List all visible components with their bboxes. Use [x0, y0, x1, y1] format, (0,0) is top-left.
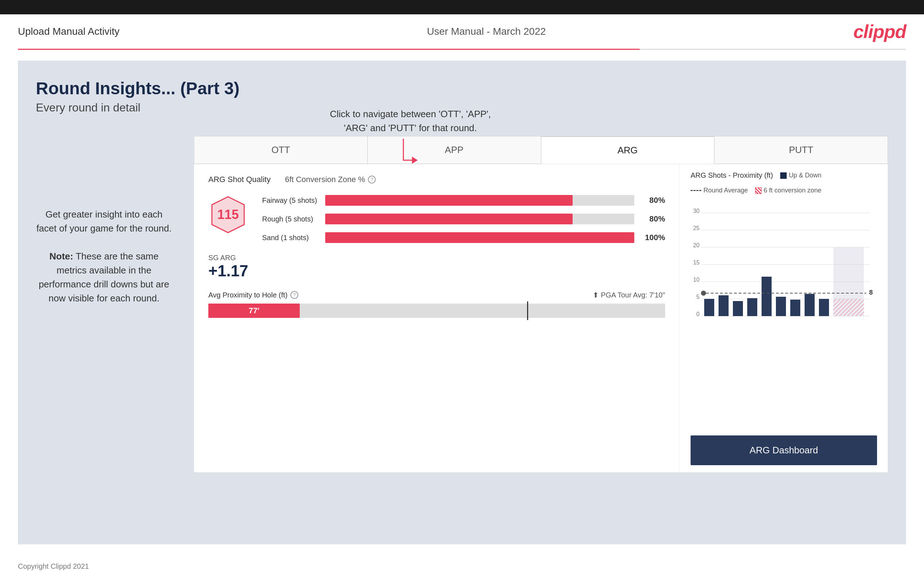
- proximity-value: 77': [249, 306, 260, 315]
- svg-rect-27: [833, 299, 864, 316]
- main-content: Round Insights... (Part 3) Every round i…: [18, 61, 906, 545]
- tab-ott[interactable]: OTT: [194, 136, 368, 164]
- bar-label-sand: Sand (1 shots): [262, 234, 320, 242]
- brand-logo: clippd: [853, 21, 906, 42]
- proximity-cursor: [527, 301, 528, 320]
- sg-section: SG ARG +1.17: [208, 254, 665, 280]
- proximity-bar-track: 77': [208, 303, 665, 318]
- shot-quality-bars: Fairway (5 shots) 80% Rough (5 shots): [262, 195, 665, 243]
- proximity-help-icon[interactable]: ?: [291, 291, 298, 299]
- sg-value: +1.17: [208, 262, 665, 280]
- svg-text:30: 30: [693, 208, 699, 214]
- bar-fill-fairway: [325, 195, 573, 206]
- svg-text:5: 5: [696, 294, 699, 300]
- bar-label-fairway: Fairway (5 shots): [262, 197, 320, 205]
- upload-label: Upload Manual Activity: [18, 26, 120, 37]
- bar-track-fairway: [325, 195, 634, 206]
- svg-rect-17: [704, 299, 714, 316]
- bar-row-sand: Sand (1 shots) 100%: [262, 232, 665, 243]
- svg-rect-18: [719, 295, 729, 316]
- panel-right: ARG Shots - Proximity (ft) Up & Down Rou…: [680, 164, 888, 472]
- svg-point-29: [701, 291, 706, 296]
- bar-track-rough: [325, 214, 634, 224]
- header: Upload Manual Activity User Manual - Mar…: [0, 15, 924, 49]
- chart-header: ARG Shots - Proximity (ft) Up & Down Rou…: [691, 171, 877, 194]
- svg-text:20: 20: [693, 242, 699, 248]
- svg-text:10: 10: [693, 277, 699, 283]
- tab-app[interactable]: APP: [368, 136, 541, 164]
- help-icon[interactable]: ?: [368, 176, 376, 184]
- proximity-section: Avg Proximity to Hole (ft) ? ⬆ PGA Tour …: [208, 291, 665, 318]
- bar-label-rough: Rough (5 shots): [262, 215, 320, 223]
- legend-round-avg: Round Average: [691, 187, 748, 194]
- svg-rect-24: [804, 294, 815, 316]
- bar-pct-fairway: 80%: [640, 196, 665, 205]
- page-title: Round Insights... (Part 3): [36, 79, 888, 98]
- arg-chart: 0 5 10 15 20 25 30: [691, 201, 877, 323]
- svg-text:25: 25: [693, 225, 699, 231]
- bar-pct-rough: 80%: [640, 214, 665, 224]
- top-bar: [0, 0, 924, 15]
- tab-bar: OTT APP ARG PUTT: [194, 136, 888, 164]
- left-text-part1: Get greater insight into each facet of y…: [36, 209, 171, 234]
- pga-avg: ⬆ PGA Tour Avg: 7'10": [593, 291, 665, 299]
- copyright: Copyright Clippd 2021: [18, 562, 89, 570]
- legend-dashed: [691, 190, 701, 191]
- legend-conversion: 6 ft conversion zone: [755, 187, 821, 194]
- sg-label: SG ARG: [208, 254, 665, 262]
- proximity-title: Avg Proximity to Hole (ft) ?: [208, 291, 298, 299]
- legend-hatch: [755, 187, 762, 194]
- left-description: Get greater insight into each facet of y…: [36, 136, 172, 473]
- footer: Copyright Clippd 2021: [0, 555, 924, 577]
- tab-putt[interactable]: PUTT: [714, 136, 888, 164]
- hex-value: 115: [217, 207, 239, 222]
- doc-title: User Manual - March 2022: [427, 26, 546, 37]
- tab-arg[interactable]: ARG: [541, 136, 715, 164]
- conversion-label: 6ft Conversion Zone % ?: [285, 175, 376, 184]
- legend-box-updown: [780, 172, 787, 179]
- note-label: Note:: [50, 251, 73, 262]
- proximity-bar-fill: 77': [208, 303, 300, 318]
- svg-rect-23: [790, 300, 800, 316]
- dashboard-panel: OTT APP ARG PUTT ARG Shot Quality 6ft Co…: [194, 136, 888, 473]
- chart-title: ARG Shots - Proximity (ft): [691, 171, 773, 180]
- svg-rect-21: [762, 277, 772, 316]
- hex-bars-row: 115 Fairway (5 shots) 80%: [208, 195, 665, 243]
- svg-text:15: 15: [693, 259, 699, 266]
- legend-updown: Up & Down: [780, 172, 821, 179]
- section-header: ARG Shot Quality 6ft Conversion Zone % ?: [208, 175, 665, 184]
- page-subtitle: Every round in detail: [36, 101, 888, 114]
- svg-rect-25: [819, 299, 829, 316]
- bar-fill-sand: [325, 232, 634, 243]
- hexagon-score: 115: [208, 195, 248, 234]
- header-divider: [18, 49, 906, 50]
- arg-dashboard-button[interactable]: ARG Dashboard: [691, 435, 877, 465]
- bar-track-sand: [325, 232, 634, 243]
- bar-row-fairway: Fairway (5 shots) 80%: [262, 195, 665, 206]
- shot-quality-label: ARG Shot Quality: [208, 175, 271, 184]
- bar-row-rough: Rough (5 shots) 80%: [262, 214, 665, 224]
- svg-text:0: 0: [696, 311, 699, 317]
- chart-area: 0 5 10 15 20 25 30: [691, 201, 877, 428]
- proximity-header: Avg Proximity to Hole (ft) ? ⬆ PGA Tour …: [208, 291, 665, 299]
- bar-fill-rough: [325, 214, 573, 224]
- svg-rect-22: [776, 297, 786, 316]
- panel-body: ARG Shot Quality 6ft Conversion Zone % ?: [194, 164, 888, 472]
- svg-text:8: 8: [869, 289, 873, 296]
- bar-pct-sand: 100%: [640, 233, 665, 242]
- svg-rect-20: [747, 298, 757, 316]
- panel-left: ARG Shot Quality 6ft Conversion Zone % ?: [194, 164, 680, 472]
- svg-rect-19: [733, 301, 743, 316]
